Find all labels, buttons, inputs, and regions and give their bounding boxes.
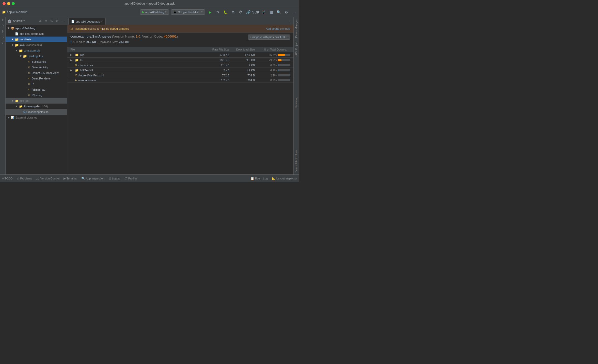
row-raw-size: 732 B <box>204 74 229 77</box>
table-row[interactable]: ▶ 📁 lib 10.1 KB 9.3 KB 29.2% <box>67 58 293 63</box>
tree-label: R <box>32 82 34 86</box>
pct-bar-bg <box>278 69 290 71</box>
logcat-tool[interactable]: ☰ Logcat <box>108 177 120 180</box>
class-icon: C <box>27 88 31 92</box>
apk-tab-close[interactable]: ✕ <box>101 20 103 23</box>
apk-size-row: ℹ APK size: 39.5 KB , Download Size: 34.… <box>70 40 178 44</box>
settings-button[interactable]: ⚙ <box>283 9 289 15</box>
traffic-lights <box>3 2 15 5</box>
apk-tab[interactable]: 📄 app-x86-debug.apk ✕ <box>68 18 106 25</box>
device-manager-tab[interactable]: Device Manager <box>294 17 299 40</box>
locate-btn[interactable]: ⊕ <box>38 19 43 23</box>
terminal-tool[interactable]: ▶ Terminal <box>64 177 77 180</box>
tree-item-r[interactable]: C R <box>6 81 67 87</box>
folder-blue-icon: 📁 <box>19 104 23 108</box>
tree-item-buildconfig[interactable]: C BuildConfig <box>6 59 67 64</box>
tree-suffix: (classes.dex) <box>25 43 42 46</box>
app-inspection-tool[interactable]: 🔍 App Inspection <box>81 177 104 180</box>
tree-item-rmipmap[interactable]: C R$mipmap <box>6 87 67 92</box>
apk-project-tab[interactable]: APK Project <box>294 40 299 58</box>
device-mgr-button[interactable]: 📱 <box>260 9 266 15</box>
folder-icon: 📁 <box>15 43 19 47</box>
sdk-button[interactable]: SDK <box>253 9 259 15</box>
search-button[interactable]: 🔍 <box>276 9 282 15</box>
panel-header-actions: ⊕ ≡ ⇅ ⚙ — <box>38 19 65 23</box>
compare-apk-button[interactable]: Compare with previous APK... <box>248 35 290 40</box>
pct-text: 6.1% <box>268 69 277 72</box>
pct-bar-fill <box>278 69 278 71</box>
todo-icon: ≡ <box>2 177 4 180</box>
resource-tab-icon[interactable]: R <box>0 23 5 28</box>
file-table: File Raw File Size Download Size % of To… <box>67 47 293 174</box>
panel-header-dropdown[interactable]: ▾ <box>23 19 25 22</box>
tree-item-app-module[interactable]: ▶ 📦 app-x86-debug <box>6 25 67 31</box>
close-button[interactable] <box>3 2 6 5</box>
device-selector[interactable]: 📱 Google Pixel 4 XL ▾ <box>171 9 205 15</box>
table-header: File Raw File Size Download Size % of To… <box>67 47 293 52</box>
more-button[interactable]: … <box>291 9 297 15</box>
tree-item-apk[interactable]: 📄 app-x86-debug.apk <box>6 31 67 37</box>
settings-btn[interactable]: ⚙ <box>55 19 59 23</box>
tree-item-demoglsurfaceview[interactable]: C DemoGLSurfaceView <box>6 70 67 76</box>
vcs-label: Version Control <box>40 177 59 180</box>
todo-tool[interactable]: ≡ TODO <box>2 177 13 180</box>
problems-tool[interactable]: ⚠ Problems <box>17 177 32 180</box>
window-title: app-x86-debug – app-x86-debug.apk <box>124 2 175 5</box>
event-log-tool[interactable]: 📋 Event Log <box>250 177 268 180</box>
pct-bar-bg <box>278 64 290 66</box>
tree-label: R$mipmap <box>32 88 45 91</box>
row-pct: 55.3% <box>255 53 290 56</box>
tree-item-libsanangeles[interactable]: ▶ 📁 libsanangeles (x86) <box>6 104 67 109</box>
tab-more-btn[interactable]: ⋮ <box>286 21 292 25</box>
tree-item-external-libraries[interactable]: ▶ 📊 External Libraries <box>6 115 67 120</box>
table-row[interactable]: ▶ 📁 res 17.8 KB 17.7 KB 55.3% <box>67 52 293 58</box>
table-row[interactable]: ▶ D classes.dex 2.1 KB 2 KB 6.3% <box>67 63 293 68</box>
table-row[interactable]: ▶ 📁 META-INF 2 KB 1.9 KB 6.1% <box>67 68 293 73</box>
tree-item-libsanangeles-so[interactable]: SO libsanangeles.so <box>6 109 67 115</box>
pct-bar-fill <box>278 64 278 66</box>
tree-item-com-example[interactable]: ▶ 📁 com.example <box>6 48 67 53</box>
run-config-selector[interactable]: ▶ app-x86-debug ▾ <box>140 9 169 15</box>
close-panel-btn[interactable]: — <box>60 19 65 23</box>
tree-item-rstring[interactable]: C R$string <box>6 92 67 98</box>
minimize-button[interactable] <box>7 2 10 5</box>
tree-item-sanangeles[interactable]: ▶ 📁 SanAngeles <box>6 53 67 59</box>
sync-button[interactable]: ↻ <box>215 9 221 15</box>
tree-label: R$string <box>32 94 42 97</box>
profiler-tool[interactable]: ⏱ Profiler <box>124 177 137 180</box>
pct-bar-bg <box>278 54 290 56</box>
tree-item-demoactivity[interactable]: C DemoActivity <box>6 64 67 70</box>
project-tree[interactable]: ▶ 📦 app-x86-debug 📄 app-x86-debug.apk ▶ … <box>6 25 67 174</box>
tree-item-java[interactable]: ▶ 📁 java (classes.dex) <box>6 42 67 48</box>
right-panel-tabs: Device Manager APK Project Emulator Devi… <box>293 17 299 174</box>
device-file-explorer-tab[interactable]: Device File Explorer <box>294 148 299 174</box>
tree-suffix: (x86) <box>41 105 48 108</box>
debug-button[interactable]: 🐛 <box>222 9 228 15</box>
tree-item-cpp[interactable]: ▶ 📁 cpp (lib) <box>6 98 67 104</box>
row-pct: 2.2% <box>255 74 290 77</box>
attach-button[interactable]: 🔗 <box>245 9 251 15</box>
profile-button[interactable]: ⏱ <box>238 9 244 15</box>
layout-inspector-tool[interactable]: 📐 Layout Inspector <box>272 177 297 180</box>
collapse-btn[interactable]: ≡ <box>44 19 48 23</box>
structure-tab-icon[interactable]: S <box>0 29 5 34</box>
emulator-tab[interactable]: Emulator <box>294 95 299 110</box>
row-filename: resources.arsc <box>78 79 97 82</box>
tree-item-demorenderer[interactable]: C DemoRenderer <box>6 76 67 81</box>
package-icon: 📁 <box>19 48 23 53</box>
maximize-button[interactable] <box>12 2 15 5</box>
coverage-button[interactable]: ⚙ <box>230 9 236 15</box>
tree-item-manifests[interactable]: ▶ 📁 manifests <box>6 37 67 42</box>
apk-tab-icon: 📄 <box>71 20 75 23</box>
add-debug-symbols-link[interactable]: Add debug symbols <box>266 27 290 30</box>
project-tab-icon[interactable]: P <box>0 18 5 23</box>
run-button[interactable]: ▶ <box>207 9 213 15</box>
layout-inspector-label: Layout Inspector <box>276 177 297 180</box>
table-row[interactable]: ▶ A resources.arsc 1.2 KB 294 B 0.9% <box>67 78 293 83</box>
sort-btn[interactable]: ⇅ <box>49 19 54 23</box>
bookmarks-tab-icon[interactable]: B <box>0 35 5 40</box>
version-control-tool[interactable]: ⎇ Version Control <box>36 177 59 180</box>
build-variants-tab-icon[interactable]: V <box>0 40 5 45</box>
avd-button[interactable]: ▦ <box>268 9 274 15</box>
table-row[interactable]: ▶ X AndroidManifest.xml 732 B 732 B 2.2% <box>67 73 293 78</box>
